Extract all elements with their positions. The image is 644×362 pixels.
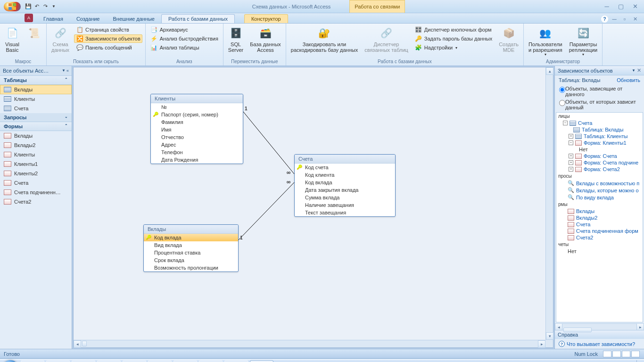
nav-form-item[interactable]: Счета2 <box>0 197 72 206</box>
tab-external-data[interactable]: Внешние данные <box>107 15 161 23</box>
view-button[interactable] <box>622 351 630 357</box>
taskbar-chrome[interactable] <box>97 360 121 362</box>
nav-group-forms[interactable]: Формы⌃ <box>0 122 72 131</box>
tree-expand-icon[interactable]: + <box>569 154 573 158</box>
taskbar-app[interactable]: 🧍 <box>72 360 95 362</box>
horizontal-scrollbar[interactable]: ◂ ▸ <box>74 340 545 347</box>
dep-refresh-link[interactable]: Обновить <box>617 77 640 83</box>
field-row[interactable]: Срок вклада <box>144 256 238 264</box>
users-permissions-button[interactable]: 👥Пользователи и разрешения▾ <box>526 25 565 58</box>
tree-item[interactable]: Счета подчиненная форм <box>576 228 638 234</box>
replication-options-button[interactable]: 🔄Параметры репликации▾ <box>566 25 601 58</box>
tree-collapse-icon[interactable]: − <box>569 140 573 145</box>
property-sheet-button[interactable]: 📋Страница свойств <box>74 25 142 34</box>
dep-radio-depend-on-this[interactable]: Объекты, зависящие от данного <box>555 85 644 98</box>
field-row[interactable]: Код счета <box>295 164 395 171</box>
field-row[interactable]: Процентная ставка <box>144 249 238 256</box>
scroll-down-icon[interactable]: ▾ <box>546 332 553 340</box>
view-button[interactable] <box>612 351 621 357</box>
run-macro-button[interactable]: 📜 <box>24 25 44 48</box>
field-row[interactable]: Возможность пролонгации <box>144 264 238 272</box>
nav-form-item[interactable]: Вклады2 <box>0 140 72 150</box>
dep-radio-this-depends-on[interactable]: Объекты, от которых зависит данный <box>555 98 644 111</box>
taskbar-mail[interactable]: @ <box>173 360 197 362</box>
tab-database-tools[interactable]: Работа с базами данных <box>161 14 235 23</box>
start-button[interactable] <box>1 359 20 362</box>
save-icon[interactable]: 💾 <box>25 3 32 10</box>
nav-collapse-icon[interactable]: « <box>66 68 69 73</box>
view-button[interactable] <box>603 351 611 357</box>
tree-item[interactable]: Форма: Счета подчине <box>584 160 638 165</box>
analyze-table-button[interactable]: 📊Анализ таблицы <box>149 43 220 52</box>
undo-icon[interactable]: ↶ <box>33 3 41 10</box>
table-title[interactable]: Клиенты <box>151 94 243 103</box>
nav-form-item[interactable]: Счета <box>0 178 72 188</box>
taskbar-explorer[interactable]: 📁 <box>21 360 44 362</box>
help-icon[interactable]: ? <box>601 16 608 23</box>
addins-button[interactable]: 🧩Надстройки▾ <box>413 43 494 52</box>
taskbar-access[interactable]: 🔑 <box>250 360 273 362</box>
encode-decode-button[interactable]: 🔐Закодировать или раскодировать базу дан… <box>288 25 361 54</box>
tree-expand-icon[interactable]: + <box>569 134 573 139</box>
nav-dropdown-icon[interactable]: ▼ <box>62 68 66 73</box>
minimize-icon[interactable]: ─ <box>600 2 614 11</box>
tree-item[interactable]: Счета <box>576 222 590 227</box>
nav-group-queries[interactable]: Запросы⌄ <box>0 113 72 122</box>
ribbon-minimize-icon[interactable]: ─ <box>610 15 619 23</box>
table-deposits[interactable]: Вклады Код вклада Вид вклада Процентная … <box>143 224 239 272</box>
access-database-button[interactable]: 🗃️База данных Access <box>247 25 284 54</box>
taskbar-word[interactable]: W <box>224 360 248 362</box>
dep-horizontal-scrollbar[interactable]: ◂ ▸ <box>555 323 644 330</box>
field-row[interactable]: Код вклада <box>295 179 395 186</box>
close-icon[interactable]: ✕ <box>628 2 642 11</box>
nav-form-item[interactable]: Клиенты2 <box>0 169 72 178</box>
tree-expand-icon[interactable]: + <box>569 160 573 165</box>
tree-item[interactable]: Вклады <box>576 208 594 214</box>
database-documenter-button[interactable]: 📑Архивариус <box>149 25 220 34</box>
object-dependencies-button[interactable]: 🔀Зависимости объектов <box>74 34 142 43</box>
table-accounts[interactable]: Счета Код счета Код клиента Код вклада Д… <box>294 154 396 217</box>
scroll-right-icon[interactable]: ▸ <box>538 340 545 348</box>
switchboard-manager-button[interactable]: 🎛️Диспетчер кнопочных форм <box>413 25 494 34</box>
nav-form-item[interactable]: Вклады <box>0 131 72 140</box>
nav-group-tables[interactable]: Таблицы⌃ <box>0 76 72 85</box>
nav-form-item[interactable]: Счета подчиненн… <box>0 188 72 197</box>
tree-expand-icon[interactable]: + <box>569 167 573 172</box>
field-row[interactable]: № <box>151 103 243 111</box>
tab-create[interactable]: Создание <box>70 15 107 23</box>
scroll-up-icon[interactable]: ▴ <box>546 67 553 75</box>
tree-collapse-icon[interactable]: − <box>563 121 568 125</box>
table-clients[interactable]: Клиенты № Паспорт (серия, номер) Фамилия… <box>150 94 243 164</box>
scroll-left-icon[interactable]: ◂ <box>74 340 81 348</box>
field-row[interactable]: Код вклада <box>144 234 238 241</box>
view-button[interactable] <box>631 351 640 357</box>
tree-item[interactable]: Форма: Счета <box>584 153 617 159</box>
dep-close-icon[interactable]: ✕ <box>637 67 641 74</box>
ribbon-close-icon[interactable]: ✕ <box>631 15 639 23</box>
field-row[interactable]: Код клиента <box>295 171 395 179</box>
tree-item[interactable]: Таблица: Вклады <box>582 127 623 132</box>
field-row[interactable]: Телефон <box>151 148 243 156</box>
table-title[interactable]: Счета <box>295 155 395 164</box>
field-row[interactable]: Дата Рождения <box>151 156 243 164</box>
field-row[interactable]: Сумма вклада <box>295 194 395 201</box>
nav-table-item[interactable]: Вклады <box>0 85 72 94</box>
table-title[interactable]: Вклады <box>144 225 238 234</box>
linked-table-manager-button[interactable]: 🔗Диспетчер связанных таблиц <box>362 25 411 54</box>
nav-table-item[interactable]: Счета <box>0 104 72 113</box>
show-desktop-button[interactable] <box>636 360 641 362</box>
field-row[interactable]: Текст завещания <box>295 209 395 216</box>
taskbar-ie[interactable]: e <box>123 360 146 362</box>
field-row[interactable]: Отчество <box>151 133 243 141</box>
tab-design[interactable]: Конструктор <box>244 14 288 23</box>
tree-item[interactable]: Таблица: Клиенты <box>584 133 627 139</box>
tree-item[interactable]: Форма: Счета2 <box>584 166 620 172</box>
relationships-button[interactable]: 🔗 Схема данных <box>49 25 72 54</box>
tree-item[interactable]: Вклады2 <box>576 215 597 221</box>
analyze-performance-button[interactable]: ⚡Анализ быстродействия <box>149 34 220 43</box>
relationships-canvas[interactable]: 1 ∞ ∞ 1 Клиенты № Паспорт (серия, номер)… <box>74 67 545 340</box>
field-row[interactable]: Дата закрытия вклада <box>295 186 395 194</box>
nav-pane-header[interactable]: Все объекты Acc… ▼ « <box>0 66 72 76</box>
taskbar-virtualbox[interactable]: 📦 <box>199 360 223 362</box>
dep-dropdown-icon[interactable]: ▼ <box>632 68 636 73</box>
